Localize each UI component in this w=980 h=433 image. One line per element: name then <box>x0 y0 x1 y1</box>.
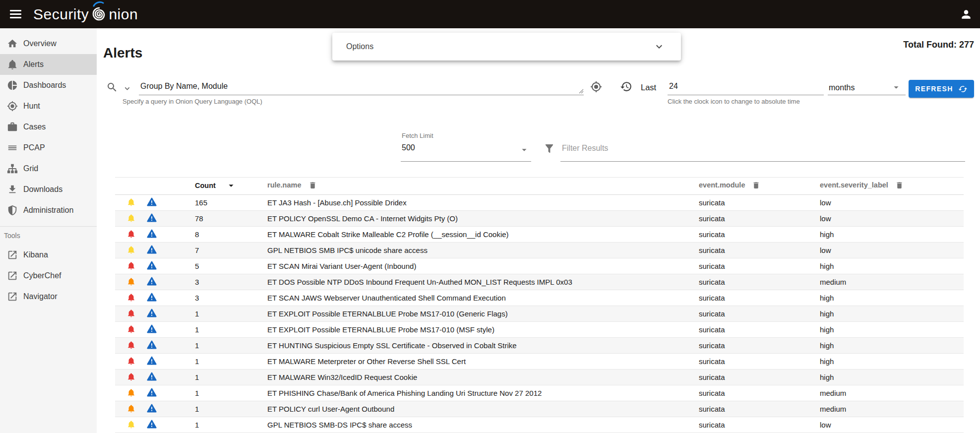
menu-icon[interactable] <box>10 8 21 20</box>
count-cell[interactable]: 1 <box>195 338 267 354</box>
warning-triangle-icon[interactable] <box>147 293 157 303</box>
event-module-cell[interactable]: suricata <box>699 385 820 401</box>
query-input[interactable]: Group By Name, Module <box>139 80 584 95</box>
event-module-cell[interactable]: suricata <box>699 354 820 370</box>
table-row[interactable]: 165ET JA3 Hash - [Abuse.ch] Possible Dri… <box>115 195 964 211</box>
event-module-cell[interactable]: suricata <box>699 306 820 322</box>
severity-cell[interactable]: high <box>820 227 964 243</box>
warning-triangle-icon[interactable] <box>147 309 157 319</box>
query-presets-chevron-icon[interactable] <box>122 84 132 93</box>
warning-triangle-icon[interactable] <box>147 261 157 271</box>
sidebar-item-cases[interactable]: Cases <box>0 117 97 137</box>
table-row[interactable]: 7GPL NETBIOS SMB IPC$ unicode share acce… <box>115 243 964 258</box>
table-row[interactable]: 1ET HUNTING Suspicious Empty SSL Certifi… <box>115 338 964 354</box>
warning-triangle-icon[interactable] <box>147 213 157 224</box>
severity-cell[interactable]: low <box>820 417 964 433</box>
severity-cell[interactable]: medium <box>820 274 964 290</box>
severity-bell-icon[interactable] <box>127 293 135 303</box>
severity-bell-icon[interactable] <box>127 246 135 255</box>
count-cell[interactable]: 1 <box>195 370 267 385</box>
warning-triangle-icon[interactable] <box>147 420 157 430</box>
severity-cell[interactable]: high <box>820 258 964 274</box>
sort-desc-icon[interactable] <box>226 180 237 192</box>
event-module-cell[interactable]: suricata <box>699 417 820 433</box>
severity-bell-icon[interactable] <box>127 357 135 367</box>
count-cell[interactable]: 1 <box>195 306 267 322</box>
fetch-limit-select[interactable]: 500 <box>402 143 415 152</box>
severity-cell[interactable]: high <box>820 338 964 354</box>
options-panel[interactable]: Options <box>332 33 681 61</box>
remove-column-trash-icon[interactable] <box>895 181 904 191</box>
remove-column-trash-icon[interactable] <box>308 181 317 191</box>
rule-name-cell[interactable]: ET EXPLOIT Possible ETERNALBLUE Probe MS… <box>267 306 699 322</box>
severity-cell[interactable]: high <box>820 354 964 370</box>
event-module-cell[interactable]: suricata <box>699 211 820 227</box>
count-cell[interactable]: 3 <box>195 290 267 306</box>
count-cell[interactable]: 78 <box>195 211 267 227</box>
count-cell[interactable]: 1 <box>195 417 267 433</box>
table-row[interactable]: 3ET DOS Possible NTP DDoS Inbound Freque… <box>115 274 964 290</box>
table-row[interactable]: 5ET SCAN Mirai Variant User-Agent (Inbou… <box>115 258 964 274</box>
severity-cell[interactable]: medium <box>820 385 964 401</box>
sidebar-item-downloads[interactable]: Downloads <box>0 179 97 200</box>
warning-triangle-icon[interactable] <box>147 197 157 208</box>
history-clock-icon[interactable] <box>620 80 632 93</box>
event-module-cell[interactable]: suricata <box>699 322 820 338</box>
severity-bell-icon[interactable] <box>127 214 135 224</box>
severity-cell[interactable]: medium <box>820 401 964 417</box>
table-row[interactable]: 1ET POLICY curl User-Agent Outboundsuric… <box>115 401 964 417</box>
event-module-cell[interactable]: suricata <box>699 401 820 417</box>
sidebar-item-hunt[interactable]: Hunt <box>0 96 97 117</box>
refresh-button[interactable]: REFRESH <box>909 80 974 98</box>
table-row[interactable]: 1ET MALWARE Meterpreter or Other Reverse… <box>115 354 964 370</box>
warning-triangle-icon[interactable] <box>147 388 157 398</box>
account-icon[interactable] <box>960 8 973 21</box>
sidebar-item-dashboards[interactable]: Dashboards <box>0 75 97 96</box>
severity-cell[interactable]: high <box>820 306 964 322</box>
warning-triangle-icon[interactable] <box>147 229 157 240</box>
count-cell[interactable]: 1 <box>195 401 267 417</box>
severity-cell[interactable]: low <box>820 211 964 227</box>
sidebar-item-cyberchef[interactable]: CyberChef <box>0 265 97 286</box>
time-unit-select[interactable]: months <box>828 80 906 95</box>
event-module-cell[interactable]: suricata <box>699 290 820 306</box>
count-cell[interactable]: 1 <box>195 322 267 338</box>
resize-grip[interactable] <box>579 89 584 94</box>
severity-bell-icon[interactable] <box>127 309 135 319</box>
sidebar-item-overview[interactable]: Overview <box>0 33 97 54</box>
table-row[interactable]: 1GPL NETBIOS SMB-DS IPC$ share accesssur… <box>115 417 964 433</box>
security-onion-logo[interactable]: Security nion <box>33 1 138 27</box>
severity-bell-icon[interactable] <box>127 277 135 287</box>
count-cell[interactable]: 1 <box>195 385 267 401</box>
event-module-cell[interactable]: suricata <box>699 370 820 385</box>
event-module-cell[interactable]: suricata <box>699 195 820 211</box>
severity-cell[interactable]: low <box>820 243 964 258</box>
warning-triangle-icon[interactable] <box>147 372 157 382</box>
table-row[interactable]: 1ET EXPLOIT Possible ETERNALBLUE Probe M… <box>115 322 964 338</box>
count-cell[interactable]: 1 <box>195 354 267 370</box>
warning-triangle-icon[interactable] <box>147 340 157 351</box>
severity-bell-icon[interactable] <box>127 420 135 430</box>
event-module-cell[interactable]: suricata <box>699 243 820 258</box>
table-row[interactable]: 1ET PHISHING Chase/Bank of America Phish… <box>115 385 964 401</box>
warning-triangle-icon[interactable] <box>147 356 157 367</box>
count-column-header[interactable]: Count <box>195 178 267 195</box>
severity-cell[interactable]: high <box>820 322 964 338</box>
severity-bell-icon[interactable] <box>127 341 135 351</box>
event-module-cell[interactable]: suricata <box>699 274 820 290</box>
sidebar-item-navigator[interactable]: Navigator <box>0 286 97 307</box>
crosshairs-gps-icon[interactable] <box>590 81 602 93</box>
rule-name-cell[interactable]: ET SCAN Mirai Variant User-Agent (Inboun… <box>267 258 699 274</box>
time-value-input[interactable]: 24 <box>668 80 824 95</box>
table-row[interactable]: 8ET MALWARE Cobalt Strike Malleable C2 P… <box>115 227 964 243</box>
rule-name-cell[interactable]: GPL NETBIOS SMB IPC$ unicode share acces… <box>267 243 699 258</box>
sidebar-item-grid[interactable]: Grid <box>0 158 97 179</box>
sidebar-item-pcap[interactable]: PCAP <box>0 137 97 158</box>
table-row[interactable]: 1ET EXPLOIT Possible ETERNALBLUE Probe M… <box>115 306 964 322</box>
sidebar-item-alerts[interactable]: Alerts <box>0 54 97 75</box>
warning-triangle-icon[interactable] <box>147 324 157 335</box>
rule-name-cell[interactable]: ET DOS Possible NTP DDoS Inbound Frequen… <box>267 274 699 290</box>
severity-bell-icon[interactable] <box>127 325 135 335</box>
count-cell[interactable]: 165 <box>195 195 267 211</box>
rule-name-cell[interactable]: ET EXPLOIT Possible ETERNALBLUE Probe MS… <box>267 322 699 338</box>
